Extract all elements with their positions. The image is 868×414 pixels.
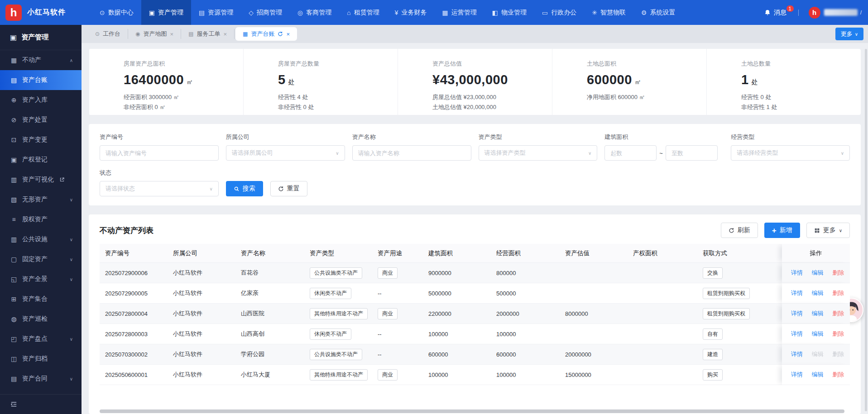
- detail-link[interactable]: 详情: [791, 330, 803, 337]
- horizontal-scrollbar[interactable]: [100, 409, 844, 413]
- delete-link[interactable]: 删除: [832, 371, 844, 378]
- area-from-input[interactable]: [604, 145, 657, 161]
- nav-item-label: 物业管理: [501, 9, 527, 17]
- nav-item[interactable]: ▣ 资产管理: [141, 0, 191, 25]
- edit-link[interactable]: 编辑: [812, 330, 824, 337]
- cell-usage: --: [372, 283, 423, 304]
- chevron-down-icon: ∨: [67, 277, 75, 282]
- tab-close-icon[interactable]: ×: [223, 31, 227, 38]
- username-masked[interactable]: [824, 9, 858, 16]
- dashboard-icon: ⊙: [95, 31, 100, 37]
- sidebar-item[interactable]: ▦ 不动产 ∧: [0, 50, 82, 70]
- nav-item[interactable]: ▦ 运营管理: [434, 0, 484, 25]
- column-header: 资产用途: [372, 244, 423, 263]
- usage-text: --: [378, 290, 382, 297]
- status-select[interactable]: 请选择状态 ∨: [100, 181, 219, 196]
- grid-icon: [814, 228, 820, 233]
- sidebar-item-label: 产权登记: [22, 156, 48, 164]
- sidebar-item[interactable]: ▤ 资产台账: [0, 70, 82, 90]
- detail-link[interactable]: 详情: [791, 290, 803, 296]
- column-header: 产权面积: [628, 244, 697, 263]
- nav-item[interactable]: ◇ 招商管理: [241, 0, 290, 25]
- more-button[interactable]: 更多 ∨: [806, 223, 850, 238]
- sidebar-item[interactable]: ◰ 资产盘点 ∨: [0, 329, 82, 349]
- cell-asset-type: 公共设施类不动产: [304, 344, 372, 365]
- edit-link[interactable]: 编辑: [812, 269, 824, 276]
- delete-link[interactable]: 删除: [832, 290, 844, 296]
- edit-link[interactable]: 编辑: [812, 351, 824, 357]
- messages-button[interactable]: 消息 1: [764, 9, 786, 17]
- sidebar-item[interactable]: ⊞ 资产集合: [0, 289, 82, 309]
- sidebar-item[interactable]: ◫ 资产归档: [0, 349, 82, 369]
- tab-close-icon[interactable]: ×: [286, 31, 290, 38]
- cell-asset-type: 公共设施类不动产: [304, 263, 372, 283]
- nav-item[interactable]: ◧ 物业管理: [484, 0, 534, 25]
- finance-icon: ¥: [395, 9, 398, 16]
- refresh-button[interactable]: 刷新: [721, 223, 758, 238]
- page-tab[interactable]: ◉ 资产地图 ×: [128, 29, 181, 39]
- sidebar-item[interactable]: ▥ 公共设施 ∨: [0, 229, 82, 249]
- settings-icon: ⚙: [641, 9, 647, 16]
- resource-icon: ▤: [199, 9, 205, 16]
- company-select[interactable]: 请选择所属公司 ∨: [226, 145, 345, 161]
- sidebar-item[interactable]: ▢ 固定资产 ∨: [0, 249, 82, 269]
- search-button[interactable]: 搜索: [226, 181, 263, 196]
- area-to-input[interactable]: [666, 145, 718, 161]
- stat-value: ¥43,000,000: [432, 72, 547, 87]
- stat-sub2: 土地总估值 ¥20,000,000: [432, 102, 547, 112]
- tabbar-more-button[interactable]: 更多∨: [835, 28, 863, 40]
- nav-item[interactable]: ¥ 业务财务: [387, 0, 435, 25]
- tab-refresh-icon[interactable]: [278, 31, 283, 37]
- page-tab[interactable]: ▦ 资产台账 ×: [235, 27, 297, 41]
- nav-item[interactable]: ⚙ 系统设置: [633, 0, 683, 25]
- sidebar-item[interactable]: ▧ 无形资产 ∨: [0, 190, 82, 209]
- asset-name-input[interactable]: [352, 145, 471, 161]
- acquire-tag: 租赁到期购买权: [703, 308, 750, 319]
- delete-link[interactable]: 删除: [832, 269, 844, 276]
- sidebar-item[interactable]: ⊕ 资产入库: [0, 90, 82, 110]
- asset-code-input[interactable]: [100, 145, 219, 161]
- cell-usage: 商业: [372, 304, 423, 324]
- nav-item-label: 行政办公: [551, 9, 576, 17]
- tab-close-icon[interactable]: ×: [170, 31, 174, 38]
- detail-link[interactable]: 详情: [791, 269, 803, 276]
- nav-item[interactable]: ◎ 客商管理: [290, 0, 339, 25]
- stat-block: 房屋资产总面积 16400000㎡ 经营面积 3000000 ㎡ 非经营面积 0…: [89, 49, 243, 115]
- page-tab[interactable]: ▤ 服务工单 ×: [181, 29, 235, 39]
- nav-item[interactable]: ▭ 行政办公: [534, 0, 584, 25]
- sidebar-item[interactable]: ▤ 资产合同 ∨: [0, 369, 82, 389]
- sidebar-item[interactable]: ▣ 产权登记: [0, 150, 82, 170]
- nav-item[interactable]: ⊙ 数据中心: [92, 0, 141, 25]
- sidebar-item[interactable]: ◍ 资产巡检: [0, 309, 82, 329]
- reset-button[interactable]: 重置: [270, 181, 307, 196]
- asset-type-select[interactable]: 请选择资产类型 ∨: [479, 145, 598, 161]
- edit-link[interactable]: 编辑: [812, 371, 824, 378]
- operate-type-select[interactable]: 请选择经营类型 ∨: [731, 145, 850, 161]
- add-button[interactable]: + 新增: [764, 223, 800, 238]
- sidebar-item[interactable]: ≡ 股权资产: [0, 209, 82, 229]
- delete-link[interactable]: 删除: [832, 310, 844, 317]
- edit-link[interactable]: 编辑: [812, 310, 824, 317]
- nav-item-label: 智慧物联: [600, 9, 626, 17]
- sidebar-item[interactable]: ▥ 资产可视化: [0, 170, 82, 190]
- vertical-scrollbar[interactable]: [865, 49, 867, 411]
- detail-link[interactable]: 详情: [791, 310, 803, 317]
- sidebar-item[interactable]: ⊡ 资产变更: [0, 130, 82, 150]
- sidebar-item[interactable]: ⊘ 资产处置: [0, 110, 82, 130]
- detail-link[interactable]: 详情: [791, 371, 803, 378]
- type-tag: 休闲类不动产: [310, 328, 351, 340]
- nav-item[interactable]: ✳ 智慧物联: [584, 0, 633, 25]
- delete-link[interactable]: 删除: [832, 351, 844, 357]
- delete-link[interactable]: 删除: [832, 330, 844, 337]
- cell-company: 小红马软件: [168, 263, 235, 283]
- nav-item[interactable]: ▤ 资源管理: [191, 0, 241, 25]
- nav-item[interactable]: ⌂ 租赁管理: [339, 0, 387, 25]
- sidebar-item[interactable]: ◱ 资产全景 ∨: [0, 269, 82, 289]
- detail-link[interactable]: 详情: [791, 351, 803, 357]
- user-avatar[interactable]: h: [809, 7, 820, 19]
- edit-link[interactable]: 编辑: [812, 290, 824, 296]
- nav-item-label: 资产管理: [158, 9, 183, 17]
- page-tab[interactable]: ⊙ 工作台: [88, 29, 128, 39]
- tab-label: 资产地图: [144, 30, 167, 38]
- sidebar-collapse-button[interactable]: [0, 394, 82, 414]
